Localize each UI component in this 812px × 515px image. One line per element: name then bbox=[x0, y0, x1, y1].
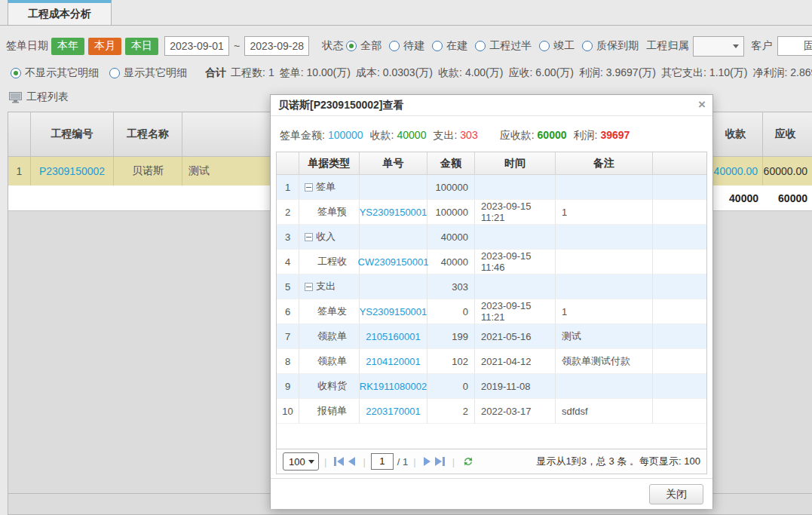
radio-icon[interactable] bbox=[109, 68, 120, 78]
header-time[interactable]: 时间 bbox=[475, 152, 556, 174]
project-owner-select[interactable] bbox=[693, 36, 744, 57]
tab-project-cost-analysis[interactable]: 工程成本分析 bbox=[8, 0, 112, 25]
summary-stat: 应收:6.00(万) bbox=[508, 66, 573, 80]
header-doc-type[interactable]: 单据类型 bbox=[299, 152, 360, 174]
summary-stats: 工程数:1 签单:10.00(万) 成本:0.0303(万) 收款:4.00(万… bbox=[231, 66, 812, 80]
summary-stat: 签单:10.00(万) bbox=[280, 66, 351, 80]
doc-number-link[interactable]: YS2309150001 bbox=[360, 207, 427, 218]
radio-icon[interactable] bbox=[389, 41, 400, 51]
page-number-input[interactable]: 1 bbox=[371, 453, 394, 470]
doc-number-link[interactable]: CW2309150001 bbox=[358, 256, 429, 268]
doc-number-link[interactable]: 2203170001 bbox=[366, 406, 420, 417]
radio-icon[interactable] bbox=[475, 41, 486, 51]
cell-spacer bbox=[653, 299, 706, 324]
stat-label: 工程数: bbox=[231, 66, 265, 78]
cell-row-number: 1 bbox=[277, 175, 299, 200]
cell-doc-type: 签单发 bbox=[299, 299, 360, 324]
cell-doc-type: 签单预 bbox=[299, 200, 360, 225]
page-size-value: 100 bbox=[289, 456, 305, 467]
header-row-number bbox=[8, 112, 31, 156]
filter-row: 签单日期 本年 本月 本日 2023-09-01 ~ 2023-09-28 状态… bbox=[6, 33, 812, 59]
status-option-label: 在建 bbox=[446, 39, 467, 53]
collapse-icon[interactable] bbox=[305, 283, 313, 291]
status-radio-option[interactable]: 质保到期 bbox=[582, 39, 639, 53]
status-radio-option[interactable]: 工程过半 bbox=[475, 39, 532, 53]
received-amount-link[interactable]: 40000.00 bbox=[714, 165, 758, 177]
stat-value: 6.00(万) bbox=[535, 66, 574, 78]
cell-amount: 100000 bbox=[427, 200, 475, 225]
radio-icon[interactable] bbox=[539, 41, 550, 51]
document-row: 1 签单 100000 bbox=[277, 175, 706, 200]
prev-page-button[interactable] bbox=[348, 457, 355, 466]
header-row-number bbox=[277, 152, 299, 174]
cell-note: sdfdsf bbox=[556, 399, 653, 424]
close-button[interactable]: 关闭 bbox=[649, 484, 703, 504]
header-doc-number[interactable]: 单号 bbox=[360, 152, 427, 174]
cell-row-number: 2 bbox=[277, 200, 299, 225]
header-note[interactable]: 备注 bbox=[556, 152, 653, 174]
project-code-link[interactable]: P2309150002 bbox=[39, 165, 105, 177]
document-row: 6 签单发 YS2309150001 0 2023-09-15 11:21 1 bbox=[277, 299, 706, 324]
detail-radio-option[interactable]: 不显示其它明细 bbox=[11, 66, 99, 80]
dialog-stat-label: 利润: bbox=[574, 129, 598, 141]
radio-icon[interactable] bbox=[346, 41, 357, 51]
dialog-stat: 利润:39697 bbox=[574, 129, 630, 143]
status-radio-option[interactable]: 竣工 bbox=[539, 39, 575, 53]
cell-amount: 2 bbox=[427, 399, 475, 424]
refresh-icon[interactable] bbox=[462, 455, 474, 467]
doc-type-label: 签单 bbox=[316, 180, 336, 194]
dialog-stat-value: 40000 bbox=[397, 129, 427, 141]
close-icon[interactable]: × bbox=[698, 98, 706, 112]
pagination-bar: 100 | | 1 / 1 | | 显示从1到3，总 3 条 。每页显示: 10… bbox=[277, 449, 706, 474]
radio-icon[interactable] bbox=[582, 41, 593, 51]
cell-spacer bbox=[653, 175, 706, 200]
stat-label: 成本: bbox=[356, 66, 380, 78]
chevron-down-icon bbox=[308, 460, 314, 464]
status-radio-option[interactable]: 待建 bbox=[389, 39, 424, 53]
status-option-label: 工程过半 bbox=[489, 39, 532, 53]
doc-number-link[interactable]: 2104120001 bbox=[366, 356, 420, 367]
doc-type-label: 签单预 bbox=[317, 205, 347, 219]
first-page-button[interactable] bbox=[334, 457, 344, 466]
cell-amount: 100000 bbox=[427, 175, 475, 200]
collapse-icon[interactable] bbox=[305, 183, 313, 192]
quick-date-button[interactable]: 本日 bbox=[125, 38, 158, 55]
status-radio-option[interactable]: 全部 bbox=[346, 39, 381, 53]
status-radio-option[interactable]: 在建 bbox=[432, 39, 467, 53]
radio-icon[interactable] bbox=[432, 41, 443, 51]
doc-number-link[interactable]: RK1911080002 bbox=[360, 381, 427, 392]
cell-note bbox=[556, 175, 653, 200]
quick-date-button[interactable]: 本月 bbox=[88, 38, 121, 55]
header-project-name[interactable]: 工程名称 bbox=[114, 112, 182, 156]
stat-label: 收款: bbox=[438, 66, 462, 78]
date-to-input[interactable]: 2023-09-28 bbox=[244, 36, 309, 56]
radio-icon[interactable] bbox=[11, 68, 21, 78]
header-amount[interactable]: 金额 bbox=[427, 152, 475, 174]
cell-doc-type: 领款单 bbox=[299, 349, 360, 374]
header-receivable[interactable]: 应收 bbox=[763, 112, 812, 156]
cell-time: 2023-09-15 11:21 bbox=[475, 299, 556, 324]
stat-label: 其它支出: bbox=[661, 66, 706, 78]
cell-time: 2023-09-15 11:46 bbox=[475, 250, 556, 274]
quick-date-button[interactable]: 本年 bbox=[51, 38, 84, 55]
next-page-button[interactable] bbox=[424, 457, 431, 466]
stat-value: 2.8697(万) bbox=[790, 66, 812, 78]
header-received[interactable]: 收款 bbox=[713, 112, 763, 156]
document-row: 2 签单预 YS2309150001 100000 2023-09-15 11:… bbox=[277, 200, 706, 225]
doc-type-label: 工程收 bbox=[317, 255, 347, 268]
collapse-icon[interactable] bbox=[305, 233, 313, 241]
header-project-code[interactable]: 工程编号 bbox=[31, 112, 114, 156]
cell-receivable: 60000.00 bbox=[763, 157, 812, 185]
cell-row-number: 9 bbox=[277, 374, 299, 399]
doc-number-link[interactable]: 2105160001 bbox=[366, 331, 420, 342]
detail-filter-row: 不显示其它明细 显示其它明细 合计 工程数:1 签单:10.00(万) 成本:0… bbox=[11, 63, 812, 83]
stat-label: 签单: bbox=[280, 66, 304, 78]
stat-label: 应收: bbox=[508, 66, 532, 78]
page-size-select[interactable]: 100 bbox=[283, 452, 319, 471]
detail-radio-option[interactable]: 显示其它明细 bbox=[109, 66, 187, 80]
last-page-button[interactable] bbox=[435, 457, 445, 466]
dialog-stat-label: 支出: bbox=[433, 129, 457, 141]
doc-number-link[interactable]: YS2309150001 bbox=[360, 306, 427, 317]
tab-label: 工程成本分析 bbox=[28, 8, 91, 20]
date-from-input[interactable]: 2023-09-01 bbox=[164, 36, 229, 56]
